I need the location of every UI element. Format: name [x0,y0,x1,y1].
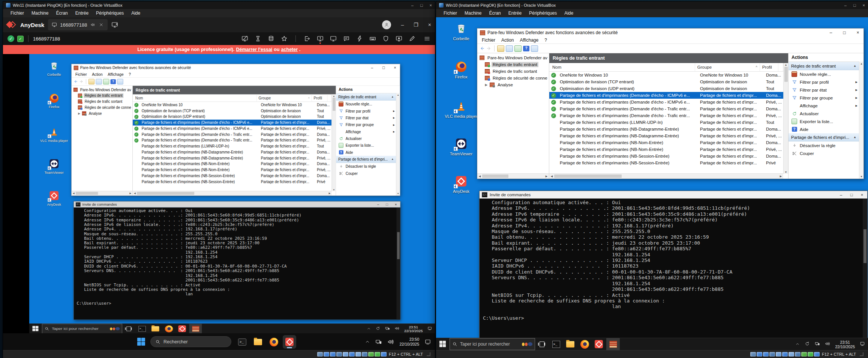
tree-item[interactable]: Règles de trafic sortant [72,99,132,105]
firewall-rule-row[interactable]: Partage de fichiers et d'imprimantes (NB… [549,146,783,153]
tree-hscrollbar[interactable]: ◀▶ [477,173,549,179]
show-console-tree-icon[interactable] [506,45,513,52]
back-icon[interactable] [73,79,78,84]
terminal-output[interactable]: Configuration automatique activée. . . :… [480,199,867,338]
chevron-up-icon[interactable] [365,339,370,344]
vbox-right-titlebar[interactable]: Win10 (Instantané PingOK) [En fonction] … [436,2,868,9]
vbox-status-usb-icon[interactable] [343,352,348,356]
permissions-shield-icon[interactable] [382,35,389,42]
vbox-status-network-icon[interactable] [769,352,775,356]
firewall-rule-row[interactable]: ✓OneNote for Windows 10OneNote for Windo… [133,102,331,108]
minimize-icon[interactable]: – [374,203,383,206]
firewall-menu-item[interactable]: Action [89,72,105,77]
resize-grip[interactable] [427,352,430,356]
taskbar-anydesk[interactable] [592,338,606,350]
firewall-menu-item[interactable]: Fichier [479,37,498,43]
task-view-icon[interactable] [538,340,546,348]
close-icon[interactable]: × [852,30,864,35]
vbox-menu-left[interactable]: Écran [52,10,71,17]
action-item[interactable]: ?Aide [789,125,859,133]
close-icon[interactable]: × [863,3,865,8]
tree-item[interactable]: Règles de sécurité de conne [477,75,549,81]
tree-item[interactable]: ▶Analyse [72,110,132,116]
taskbar-explorer[interactable] [251,335,265,349]
show-action-pane-icon[interactable] [117,79,123,84]
vbox-menu-left[interactable]: Machine [28,10,52,17]
action-item[interactable]: Affichage▶ [336,128,396,135]
taskbar-explorer[interactable] [564,338,577,350]
tree-item[interactable]: Règles de trafic entrant [72,93,132,99]
menu-icon[interactable] [424,35,430,42]
tree-item[interactable]: Pare-feu Windows Defender av [72,87,132,93]
restore-icon[interactable]: □ [853,3,856,8]
maximize-icon[interactable]: □ [846,193,857,197]
firewall-rule-row[interactable]: ✓Partage de fichiers et d'imprimantes (D… [133,120,331,126]
vbox-status-display-icon[interactable] [789,352,794,356]
close-icon[interactable]: × [857,193,867,197]
taskbar-terminal[interactable]: >_ [235,335,249,349]
buy-link[interactable]: acheter [281,47,298,52]
terminal-output[interactable]: Configuration automatique activée. . . :… [74,208,400,320]
tree-hscrollbar[interactable]: ◀▶ [72,191,132,196]
taskbar-firefox[interactable] [578,338,591,350]
chat-icon[interactable] [343,35,350,42]
vbox-status-display-icon[interactable] [355,352,361,356]
vbox-status-audio-icon[interactable] [763,352,769,356]
new-session-icon[interactable] [111,21,118,28]
desktop-icon-anydesk[interactable]: AnyDesk [444,174,478,194]
taskbar-cmd[interactable]: >_ [136,324,148,333]
firewall-rule-row[interactable]: ✓Optimisation de livraison (TCP entrant)… [133,108,331,114]
firewall-menu-item[interactable]: ? [541,37,550,43]
action-item[interactable]: Filtrer par groupe▶ [336,121,396,128]
vbox-status-network-icon[interactable] [336,352,342,356]
desktop-icon-corbeille[interactable]: Corbeille [444,22,478,41]
account-avatar[interactable] [382,20,391,29]
show-action-pane-icon[interactable] [531,45,538,52]
vbox-status-features-icon[interactable] [368,352,374,356]
vbox-status-usb-icon[interactable] [776,352,781,356]
actions-section-header[interactable]: Règles de trafic entrant▲ [336,93,396,101]
help-icon[interactable]: ? [111,79,116,84]
restore-icon[interactable]: ❐ [414,22,418,28]
taskbar-firewall[interactable] [189,324,202,333]
firewall-rule-row[interactable]: Partage de fichiers et d'imprimantes (NB… [549,153,783,159]
action-item[interactable]: Actualiser [336,135,396,142]
display-settings-icon[interactable] [330,35,337,42]
firewall-rule-row[interactable]: Partage de fichiers et d'imprimantes (NB… [549,126,783,132]
keyboard-icon[interactable] [369,35,376,42]
taskbar-cmd[interactable]: >_ [549,338,563,350]
minimize-icon[interactable]: – [411,3,414,8]
minimize-icon[interactable]: – [844,3,847,8]
firewall-titlebar[interactable]: Pare-feu Windows Defender avec fonctions… [477,29,864,37]
help-icon[interactable]: ? [523,46,529,51]
expander-icon[interactable]: ▶ [78,112,81,115]
firewall-titlebar[interactable]: Pare-feu Windows Defender avec fonctions… [72,64,400,71]
actions-vscrollbar[interactable]: ▲▼ [396,93,400,196]
vbox-menu-right[interactable]: Fichier [440,10,461,17]
action-item[interactable]: Couper [789,149,859,157]
firewall-rule-row[interactable]: Partage de fichiers et d'imprimantes (LL… [549,119,783,126]
terminal-titlebar[interactable]: C:\Invite de commandes–□× [74,202,400,208]
action-item[interactable]: Filtrer par groupe▶ [789,94,859,102]
volume-icon[interactable] [387,338,394,345]
action-item[interactable]: Filtrer par état▶ [336,114,396,121]
forward-icon[interactable] [79,79,84,84]
close-tab-icon[interactable] [99,22,104,27]
desktop-icon-firefox[interactable]: Firefox [40,93,69,109]
firewall-rule-row[interactable]: ✓Optimisation de livraison (TCP entrant)… [549,78,783,85]
terminal-scrollbar[interactable] [396,208,400,320]
net10-icon[interactable] [375,338,382,345]
firewall-rule-row[interactable]: ✓OneNote for Windows 10OneNote for Windo… [549,72,783,78]
action-item[interactable]: Exporter la liste... [336,142,396,149]
action-item[interactable]: Nouvelle règle... [336,101,396,107]
vbox-status-mouse-integration-icon[interactable] [375,352,380,356]
clock[interactable]: 23:5022/10/2025 [399,337,419,347]
action-item[interactable]: Filtrer par état▶ [789,86,859,94]
tree-item[interactable]: Pare-feu Windows Defender av [477,54,549,61]
search-input[interactable]: Taper ici pour rechercher [42,324,122,333]
list-vscrollbar[interactable]: ▲▼ [783,63,788,174]
vbox-status-mouse-integration-icon[interactable] [808,352,813,356]
firewall-rule-row[interactable]: Partage de fichiers et d'imprimantes (NB… [133,161,331,167]
taskbar-anydesk[interactable] [283,335,296,349]
vbox-status-recording-icon[interactable] [362,352,367,356]
